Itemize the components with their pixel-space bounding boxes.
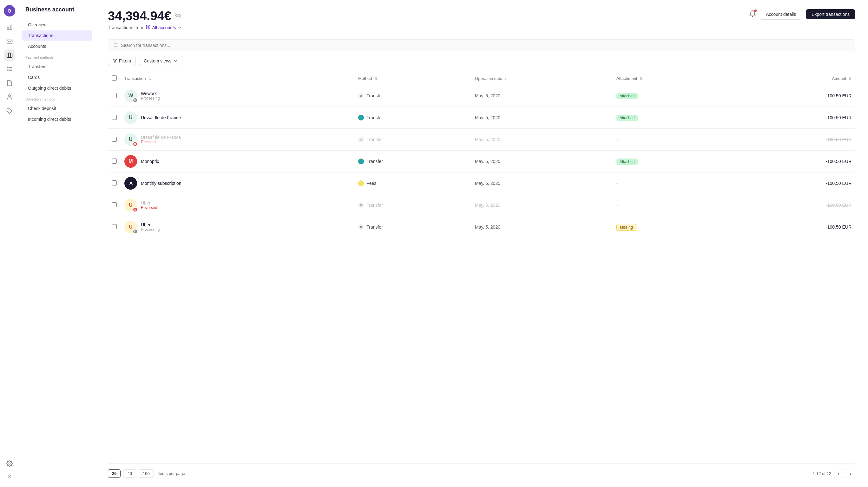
date-cell: May. 5, 2020 [471, 107, 613, 129]
row-checkbox[interactable] [112, 181, 117, 186]
row-checkbox[interactable] [112, 93, 117, 98]
balance-amount: 34,394.94€ [108, 9, 182, 23]
tx-status: Processing [141, 96, 160, 100]
sidebar-item-accounts[interactable]: Accounts [22, 41, 92, 52]
no-attachment: - [616, 203, 618, 208]
col-method-label: Method [358, 76, 372, 81]
method-cell: ✕ Transfer [358, 202, 467, 208]
col-operation-date[interactable]: Operation date ↓ [471, 72, 613, 85]
row-checkbox[interactable] [112, 202, 117, 207]
row-checkbox[interactable] [112, 115, 117, 120]
tx-avatar: ✕ [124, 177, 137, 190]
no-attachment: - [616, 181, 618, 186]
tx-avatar: U ↻ [124, 221, 137, 233]
sidebar-item-transfers[interactable]: Transfers [22, 62, 92, 72]
per-page-100[interactable]: 100 [138, 469, 154, 478]
method-cell: 🌐 Transfer [358, 159, 467, 164]
select-all-checkbox[interactable] [112, 75, 117, 80]
balance-subtitle: Transactions from All accounts [108, 24, 182, 30]
tx-status: Reversed [141, 205, 157, 210]
close-icon[interactable] [4, 470, 15, 482]
all-accounts-link[interactable]: All accounts [152, 25, 182, 30]
svg-rect-0 [7, 27, 8, 30]
list-icon[interactable] [4, 63, 15, 75]
tx-avatar: U ⊗ [124, 199, 137, 212]
receipt-icon[interactable] [4, 77, 15, 89]
col-transaction[interactable]: Transaction ⇅ [121, 72, 354, 85]
tx-avatar: M [124, 155, 137, 168]
col-attachment-label: Attachment [616, 76, 638, 81]
transaction-cell: ✕ Monthly subscription [124, 177, 350, 190]
processing-badge: ↻ [133, 229, 138, 234]
amount-cell: -100.50 EUR [735, 216, 855, 238]
table-row[interactable]: W ↻ Wework Processing ✕ Transfer May. 5,… [108, 85, 855, 107]
table-row[interactable]: ✕ Monthly subscription Fees May. 5, 2020… [108, 172, 855, 194]
col-amount[interactable]: Amount ⇅ [735, 72, 855, 85]
custom-views-button[interactable]: Custom views [139, 56, 182, 66]
export-transactions-button[interactable]: Export transactions [806, 9, 855, 19]
row-checkbox[interactable] [112, 159, 117, 164]
svg-point-9 [7, 69, 7, 69]
settings-icon[interactable] [4, 458, 15, 469]
sidebar-item-transactions[interactable]: Transactions [22, 30, 92, 40]
amount-cell: -100.50 EUR [735, 107, 855, 129]
row-checkbox[interactable] [112, 224, 117, 229]
inbox-icon[interactable] [4, 35, 15, 47]
tx-info: Urssaf Ile de France [141, 115, 181, 120]
table-row[interactable]: U Urssaf Ile de France 🌐 Transfer May. 5… [108, 107, 855, 129]
sidebar-item-overview[interactable]: Overview [22, 20, 92, 30]
sidebar-item-incoming-direct-debits[interactable]: Incoming direct debits [22, 114, 92, 124]
search-bar[interactable] [108, 39, 855, 52]
filter-icon [113, 59, 117, 63]
contact-icon[interactable] [4, 91, 15, 103]
svg-line-19 [117, 46, 118, 47]
prev-page-button[interactable]: ‹ [834, 468, 843, 478]
tx-info: Monthly subscription [141, 181, 182, 186]
tx-name: Monthly subscription [141, 181, 182, 186]
col-method[interactable]: Method ⇅ [354, 72, 471, 85]
avatar[interactable]: Q [4, 5, 15, 17]
bank-icon[interactable] [4, 50, 15, 61]
table-row[interactable]: M Monoprix 🌐 Transfer May. 5, 2020 Attac… [108, 151, 855, 172]
sidebar-item-check-deposit[interactable]: Check deposit [22, 103, 92, 113]
svg-point-10 [7, 70, 7, 71]
notifications-icon[interactable] [749, 10, 756, 19]
amount-cell: -100.50 EUR [735, 85, 855, 107]
col-amount-label: Amount [832, 76, 846, 81]
date-cell: May. 5, 2020 [471, 172, 613, 194]
sidebar: Business account Overview Transactions A… [19, 0, 95, 487]
svg-point-18 [114, 43, 117, 47]
date-cell: May. 5, 2020 [471, 129, 613, 151]
filters-button[interactable]: Filters [108, 56, 136, 66]
per-page-40[interactable]: 40 [123, 469, 136, 478]
sidebar-item-cards[interactable]: Cards [22, 72, 92, 83]
per-page-25[interactable]: 25 [108, 469, 121, 478]
search-input[interactable] [121, 43, 850, 48]
tx-name: Monoprix [141, 159, 159, 164]
chart-icon[interactable] [4, 22, 15, 33]
hide-balance-icon[interactable] [175, 13, 182, 19]
next-page-button[interactable]: › [846, 468, 855, 478]
pagination: 25 40 100 Items per page 1-12 of 12 ‹ › [108, 463, 855, 478]
method-fees-icon [358, 181, 364, 186]
date-cell: May. 5, 2020 [471, 216, 613, 238]
table-row[interactable]: U ⊗ Uber Reversed ✕ Transfer May. 5, 202… [108, 194, 855, 216]
svg-point-11 [8, 95, 10, 97]
tag-icon[interactable] [4, 105, 15, 117]
transaction-cell: U ↻ Uber Processing [124, 221, 350, 233]
method-cell: ✕ Transfer [358, 93, 467, 99]
table-row[interactable]: U ↻ Uber Processing ✕ Transfer May. 5, 2… [108, 216, 855, 238]
method-x-icon: ✕ [358, 224, 364, 230]
account-details-button[interactable]: Account details [760, 9, 802, 20]
table-row[interactable]: U ⊗ Urssaf Ile de France Declined ✕ Tran… [108, 129, 855, 151]
row-checkbox[interactable] [112, 137, 117, 142]
sidebar-item-outgoing-direct-debits[interactable]: Outgoing direct debits [22, 83, 92, 93]
method-x-icon: ✕ [358, 137, 364, 142]
attached-badge: Attached [616, 93, 638, 99]
method-label: Transfer [366, 115, 383, 120]
method-label: Transfer [366, 93, 383, 98]
attachment-cell: Attached [613, 85, 735, 107]
tx-name: Uber [141, 222, 160, 227]
col-attachment[interactable]: Attachment ⇅ [613, 72, 735, 85]
svg-rect-2 [11, 25, 12, 30]
